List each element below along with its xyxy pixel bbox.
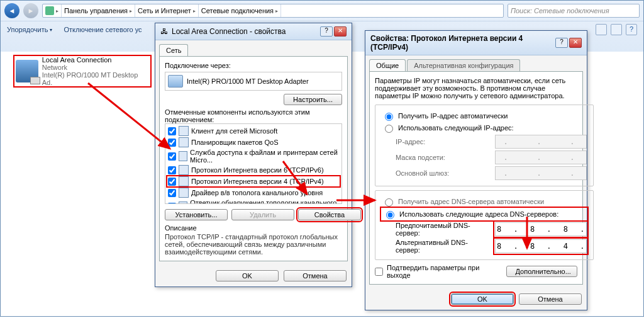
breadcrumb-item[interactable]: Сетевые подключения bbox=[201, 7, 274, 14]
list-item-tcpip4[interactable]: Протокол Интернета версии 4 (TCP/IPv4) bbox=[191, 178, 324, 185]
cancel-button[interactable]: Отмена bbox=[519, 293, 582, 305]
service-icon bbox=[179, 137, 189, 147]
connection-name: Local Area Connection bbox=[42, 56, 149, 64]
description-title: Описание bbox=[165, 224, 342, 232]
dns-alternate-input[interactable] bbox=[495, 239, 587, 253]
intro-text: Параметры IP могут назначаться автоматич… bbox=[375, 77, 577, 99]
connect-via-label: Подключение через: bbox=[165, 62, 342, 69]
components-list[interactable]: Клиент для сетей Microsoft Планировщик п… bbox=[165, 123, 342, 204]
driver-icon bbox=[179, 202, 187, 204]
ok-button[interactable]: OK bbox=[216, 270, 279, 281]
dialog-help-icon[interactable]: ? bbox=[320, 26, 333, 37]
dialog-title: Local Area Connection - свойства bbox=[172, 27, 286, 36]
list-item[interactable]: Служба доступа к файлам и принтерам сете… bbox=[190, 149, 339, 164]
validate-label: Подтвердить параметры при выходе bbox=[387, 264, 499, 279]
connection-adapter: Intel(R) PRO/1000 MT Desktop Ad. bbox=[42, 71, 149, 86]
network-icon: 🖧 bbox=[160, 27, 168, 36]
dns-preferred-label: Предпочитаемый DNS-сервер: bbox=[396, 222, 490, 237]
close-icon[interactable]: ✕ bbox=[569, 38, 582, 48]
install-button[interactable]: Установить... bbox=[165, 209, 228, 220]
gateway-label: Основной шлюз: bbox=[396, 169, 490, 177]
network-adapter-icon bbox=[16, 60, 38, 82]
organize-menu[interactable]: Упорядочить ▾ bbox=[7, 26, 52, 33]
search-placeholder: Поиск: Сетевые подключения bbox=[511, 7, 609, 14]
list-item[interactable]: Ответчик обнаружения топологии канальног… bbox=[190, 199, 339, 204]
view-icon[interactable] bbox=[596, 24, 607, 35]
component-checkbox[interactable] bbox=[168, 152, 176, 161]
cancel-button[interactable]: Отмена bbox=[284, 270, 347, 281]
connection-properties-dialog: 🖧 Local Area Connection - свойства ?✕ Се… bbox=[155, 23, 352, 287]
ok-button[interactable]: OK bbox=[451, 293, 514, 305]
radio-ip-manual-label: Использовать следующий IP-адрес: bbox=[398, 124, 514, 132]
close-icon[interactable]: ✕ bbox=[334, 26, 347, 37]
ip-address-label: IP-адрес: bbox=[396, 138, 490, 145]
connection-type: Network bbox=[42, 64, 149, 71]
adapter-icon bbox=[168, 75, 183, 88]
dialog-help-icon[interactable]: ? bbox=[555, 38, 568, 48]
protocol-icon bbox=[179, 176, 189, 186]
control-panel-icon bbox=[45, 6, 54, 15]
list-item[interactable]: Драйвер в/в тополога канального уровня bbox=[191, 189, 323, 196]
client-icon bbox=[179, 126, 189, 136]
component-checkbox[interactable] bbox=[168, 139, 176, 147]
radio-dns-manual[interactable] bbox=[386, 211, 394, 219]
list-item[interactable]: Протокол Интернета версии 6 (TCP/IPv6) bbox=[191, 166, 324, 174]
component-checkbox[interactable] bbox=[168, 178, 176, 186]
adapter-box: Intel(R) PRO/1000 MT Desktop Adapter bbox=[165, 72, 342, 91]
properties-button[interactable]: Свойства bbox=[298, 209, 361, 220]
connection-text: Local Area Connection Network Intel(R) P… bbox=[42, 56, 149, 86]
protocol-icon bbox=[179, 165, 189, 175]
radio-ip-auto[interactable] bbox=[385, 113, 393, 121]
search-input[interactable]: Поиск: Сетевые подключения bbox=[508, 4, 640, 18]
dialog-title-bar[interactable]: 🖧 Local Area Connection - свойства ?✕ bbox=[155, 23, 352, 40]
component-checkbox[interactable] bbox=[168, 127, 176, 135]
radio-ip-auto-label: Получить IP-адрес автоматически bbox=[398, 112, 508, 120]
description-body: Протокол TCP/IP - стандартный протокол г… bbox=[165, 233, 342, 256]
component-checkbox[interactable] bbox=[168, 166, 176, 174]
radio-dns-auto-label: Получить адрес DNS-сервера автоматически bbox=[398, 198, 544, 205]
tab-general[interactable]: Общие bbox=[369, 59, 406, 71]
nav-forward-button[interactable]: ► bbox=[23, 3, 38, 18]
radio-dns-manual-label: Использовать следующие адреса DNS-сервер… bbox=[399, 210, 558, 218]
nav-back-button[interactable]: ◄ bbox=[4, 3, 19, 18]
address-bar: ◄ ► ▸ Панель управления▸ Сеть и Интернет… bbox=[1, 1, 643, 21]
help-icon[interactable]: ? bbox=[626, 24, 637, 35]
dialog-title: Свойства: Протокол Интернета версии 4 (T… bbox=[370, 34, 552, 52]
advanced-button[interactable]: Дополнительно... bbox=[506, 266, 577, 277]
view-icon[interactable] bbox=[611, 24, 622, 35]
tcpip-properties-dialog: Свойства: Протокол Интернета версии 4 (T… bbox=[365, 30, 587, 310]
breadcrumb[interactable]: ▸ Панель управления▸ Сеть и Интернет▸ Се… bbox=[42, 4, 504, 18]
subnet-mask-label: Маска подсети: bbox=[396, 154, 490, 161]
dialog-title-bar[interactable]: Свойства: Протокол Интернета версии 4 (T… bbox=[365, 31, 587, 55]
subnet-mask-input bbox=[495, 150, 587, 164]
service-icon bbox=[179, 151, 187, 161]
ip-group: Получить IP-адрес автоматически Использо… bbox=[375, 105, 594, 186]
tab-network[interactable]: Сеть bbox=[159, 44, 188, 56]
dns-group: Получить адрес DNS-сервера автоматически… bbox=[375, 190, 594, 260]
components-label: Отмеченные компоненты используются этим … bbox=[165, 108, 342, 123]
validate-checkbox[interactable] bbox=[375, 268, 383, 276]
driver-icon bbox=[179, 188, 189, 198]
dns-alternate-label: Альтернативный DNS-сервер: bbox=[396, 239, 490, 254]
adapter-name: Intel(R) PRO/1000 MT Desktop Adapter bbox=[187, 77, 309, 85]
uninstall-button: Удалить bbox=[231, 209, 294, 220]
breadcrumb-item[interactable]: Панель управления bbox=[64, 7, 128, 14]
dns-preferred-input[interactable] bbox=[495, 222, 587, 236]
breadcrumb-item[interactable]: Сеть и Интернет bbox=[138, 7, 191, 14]
radio-dns-auto[interactable] bbox=[385, 198, 393, 207]
component-checkbox[interactable] bbox=[168, 203, 176, 205]
radio-ip-manual[interactable] bbox=[385, 125, 393, 133]
tab-alt-config[interactable]: Альтернативная конфигурация bbox=[407, 59, 520, 71]
list-item[interactable]: Клиент для сетей Microsoft bbox=[191, 127, 277, 135]
configure-button[interactable]: Настроить... bbox=[284, 94, 342, 105]
connection-item[interactable]: Local Area Connection Network Intel(R) P… bbox=[13, 55, 152, 88]
disable-adapter-button[interactable]: Отключение сетевого ус bbox=[64, 26, 142, 33]
component-checkbox[interactable] bbox=[168, 189, 176, 197]
ip-address-input bbox=[495, 135, 587, 149]
list-item[interactable]: Планировщик пакетов QoS bbox=[191, 139, 279, 146]
gateway-input bbox=[495, 166, 587, 180]
